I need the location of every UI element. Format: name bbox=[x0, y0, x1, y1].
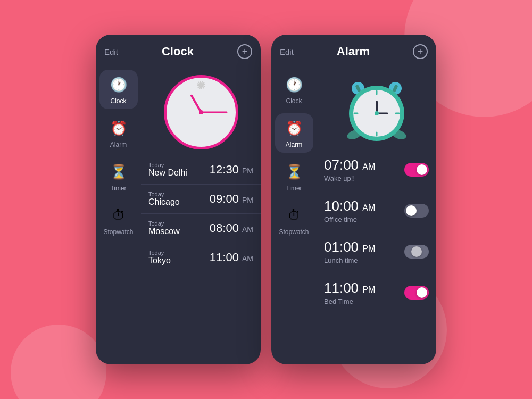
sidebar-item-clock[interactable]: 🕐 Clock bbox=[99, 70, 138, 109]
list-item: 10:00 AM Office time bbox=[317, 190, 436, 231]
clock-edit-button[interactable]: Edit bbox=[104, 47, 118, 56]
stopwatch-nav-label: Stopwatch bbox=[103, 228, 133, 236]
sidebar-item-stopwatch[interactable]: ⏱ Stopwatch bbox=[99, 201, 138, 240]
alarm-header: Edit Alarm + bbox=[271, 35, 436, 64]
alarm-sidebar-clock[interactable]: 🕐 Clock bbox=[275, 70, 313, 109]
phones-container: Edit Clock + 🕐 Clock ⏰ Alarm ⏳ Timer bbox=[96, 35, 436, 364]
alarm-toggle-4[interactable] bbox=[404, 286, 429, 300]
alarm-toggle-3[interactable] bbox=[404, 245, 429, 259]
list-item: 07:00 AM Wake up!! bbox=[317, 149, 436, 190]
alarm-toggle-2[interactable] bbox=[404, 204, 429, 218]
list-item: 01:00 PM Lunch time bbox=[317, 231, 436, 272]
table-row: Today Tokyo 11:00 AM bbox=[141, 243, 261, 272]
alarm-timer-nav-label: Timer bbox=[286, 185, 302, 192]
clock-sidebar: 🕐 Clock ⏰ Alarm ⏳ Timer ⏱ Stopwatch bbox=[96, 64, 141, 364]
stopwatch-nav-icon: ⏱ bbox=[108, 205, 129, 226]
alarm-add-button[interactable]: + bbox=[413, 44, 428, 59]
clock-add-button[interactable]: + bbox=[237, 44, 252, 59]
sidebar-item-alarm[interactable]: ⏰ Alarm bbox=[99, 113, 138, 153]
svg-point-14 bbox=[375, 111, 379, 115]
clock-title: Clock bbox=[162, 45, 194, 59]
toggle-knob-2 bbox=[406, 205, 417, 216]
bg-blob-3 bbox=[11, 325, 106, 399]
alarm-body: 🕐 Clock ⏰ Alarm ⏳ Timer ⏱ Stopwatch bbox=[271, 64, 436, 364]
alarm-main: 07:00 AM Wake up!! 10:00 AM Office time bbox=[317, 64, 436, 364]
alarm-sidebar-timer[interactable]: ⏳ Timer bbox=[275, 157, 313, 196]
world-clocks-list: Today New Delhi 12:30 PM Today Chicago bbox=[141, 155, 261, 364]
toggle-knob-4 bbox=[417, 287, 427, 298]
alarm-toggle-1[interactable] bbox=[404, 163, 429, 177]
alarm-alarm-nav-label: Alarm bbox=[286, 141, 302, 148]
alarm-sidebar-stopwatch[interactable]: ⏱ Stopwatch bbox=[275, 201, 313, 240]
list-item: 11:00 PM Bed Time bbox=[317, 272, 436, 313]
alarm-title: Alarm bbox=[337, 45, 370, 59]
alarm-nav-label: Alarm bbox=[110, 141, 127, 148]
minute-hand bbox=[201, 112, 228, 113]
alarm-stopwatch-nav-icon: ⏱ bbox=[284, 205, 305, 226]
timer-nav-icon: ⏳ bbox=[108, 161, 129, 182]
clock-header: Edit Clock + bbox=[96, 35, 261, 64]
phone-alarm: Edit Alarm + 🕐 Clock ⏰ Alarm ⏳ Timer bbox=[271, 35, 436, 364]
toggle-knob-3 bbox=[411, 246, 422, 257]
alarm-sidebar-alarm[interactable]: ⏰ Alarm bbox=[275, 113, 313, 153]
clock-center bbox=[199, 110, 203, 114]
alarm-stopwatch-nav-label: Stopwatch bbox=[279, 228, 309, 236]
alarm-clock-nav-icon: 🕐 bbox=[284, 74, 305, 95]
table-row: Today Chicago 09:00 PM bbox=[141, 185, 261, 214]
clock-face-container bbox=[141, 64, 261, 155]
timer-nav-label: Timer bbox=[110, 185, 126, 192]
table-row: Today Moscow 08:00 AM bbox=[141, 214, 261, 243]
alarm-sidebar: 🕐 Clock ⏰ Alarm ⏳ Timer ⏱ Stopwatch bbox=[271, 64, 317, 364]
alarm-alarm-nav-icon: ⏰ bbox=[284, 118, 305, 139]
alarm-edit-button[interactable]: Edit bbox=[280, 47, 294, 56]
clock-body: 🕐 Clock ⏰ Alarm ⏳ Timer ⏱ Stopwatch bbox=[96, 64, 261, 364]
clock-face bbox=[164, 75, 238, 149]
table-row: Today New Delhi 12:30 PM bbox=[141, 155, 261, 185]
alarm-clock-nav-label: Clock bbox=[286, 97, 302, 105]
clock-main: Today New Delhi 12:30 PM Today Chicago bbox=[141, 64, 261, 364]
toggle-knob-1 bbox=[417, 164, 427, 175]
alarm-icon-container bbox=[317, 64, 436, 149]
sidebar-item-timer[interactable]: ⏳ Timer bbox=[99, 157, 138, 196]
clock-nav-label: Clock bbox=[110, 97, 126, 105]
phone-clock: Edit Clock + 🕐 Clock ⏰ Alarm ⏳ Timer bbox=[96, 35, 261, 364]
alarm-list: 07:00 AM Wake up!! 10:00 AM Office time bbox=[317, 149, 436, 364]
alarm-clock-illustration bbox=[339, 75, 414, 144]
clock-nav-icon: 🕐 bbox=[108, 74, 129, 95]
alarm-timer-nav-icon: ⏳ bbox=[284, 161, 305, 182]
alarm-nav-icon: ⏰ bbox=[108, 118, 129, 139]
